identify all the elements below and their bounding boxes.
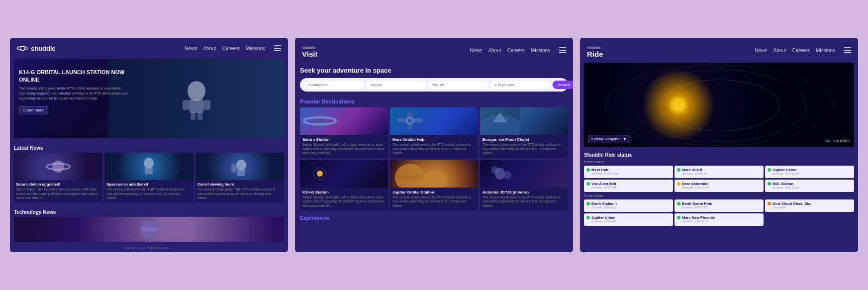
hero-section: K14-G ORBITAL LAUNCH STATION NOW ONLINE … (14, 59, 284, 138)
nav-missions-3[interactable]: Missions (816, 48, 835, 53)
orbital-dropdown[interactable]: Orbital Slingshot ▼ (588, 135, 630, 143)
hamburger-menu-1[interactable] (274, 45, 281, 51)
europa-icon (480, 107, 520, 135)
status-dot-green-5 (586, 202, 590, 205)
dest-img-mars-hub (390, 107, 478, 135)
status-dot-yellow-0 (677, 182, 680, 186)
status-card-van-allen: Van Allen Belt On time · ETA 8:01 (584, 180, 673, 192)
mars-station-1: Earth South Pole (682, 201, 712, 206)
status-card-m21: M21 Station On time · ETA 14:20 (765, 180, 854, 192)
ride-status-section: Shuddle Ride status From Earth Mars Hub … (580, 150, 858, 229)
navbar-shuddle: shuddle News About Careers Missions (10, 38, 288, 59)
shuddle-nav-links: News About Careers Missions (185, 45, 281, 51)
chevron-down-icon: ▼ (623, 137, 627, 141)
destinations-grid: Saturn Station Saturn Station, the locat… (300, 107, 568, 210)
svg-rect-13 (237, 169, 245, 176)
visit-logo-small: shuddle (302, 46, 315, 49)
news-card-2: Comet viewing tours The newest orbital j… (195, 153, 284, 202)
status-card-earth-station: Earth Station I On time · ETA 9:22 (584, 199, 673, 212)
asteroid-icon (480, 160, 520, 188)
hero-astronaut-icon (177, 76, 216, 121)
news-card-img-0 (14, 153, 102, 180)
hamburger-menu-2[interactable] (559, 47, 566, 53)
nav-missions-2[interactable]: Missions (531, 48, 550, 53)
status-card-near-asteroids: Near Asteroids Delayed · ETA 21:15 (675, 180, 764, 192)
dest-card-3[interactable]: K14-G Station Saturn Station, the locati… (300, 160, 388, 210)
shuddle-logo-text: shuddle (31, 45, 56, 52)
hero-image (108, 59, 284, 138)
dest-card-0[interactable]: Saturn Station Saturn Station, the locat… (300, 107, 388, 158)
svg-point-14 (231, 164, 237, 173)
svg-point-2 (188, 81, 205, 101)
dest-name-2: Europa: Ice Moon Chalet (482, 137, 566, 142)
nav-careers-1[interactable]: Careers (222, 46, 240, 51)
dest-card-5[interactable]: Asteroid JDT21 (minora) The newest orbit… (480, 160, 568, 210)
search-button[interactable]: Search (553, 81, 573, 89)
planet-icon (132, 219, 167, 239)
svg-rect-3 (190, 99, 203, 113)
depart-input[interactable] (366, 81, 426, 89)
people-input[interactable] (490, 81, 551, 89)
mars-station-0: Earth Station I (591, 201, 617, 206)
ride-watermark: shuddle (825, 138, 850, 144)
svg-point-23 (408, 119, 412, 123)
svg-point-12 (236, 160, 246, 171)
nav-news-2[interactable]: News (470, 48, 482, 53)
destination-input[interactable] (304, 81, 364, 89)
station-detail-0: On time · ETA 21:00 (591, 172, 618, 176)
dest-name-4: Jupiter Orbital Station (392, 190, 476, 194)
svg-rect-7 (197, 112, 202, 120)
news-grid: Saturn station upgraded! Saturn Station,… (10, 153, 288, 206)
station-name-3: Van Allen Belt (591, 182, 616, 186)
dest-desc-5: The newest orbital jewel in the IPTS orb… (482, 195, 566, 208)
latest-news-title: Latest News (10, 142, 288, 153)
nav-about-3[interactable]: About (773, 48, 786, 53)
status-card-jupiter-union: Jupiter Union On time · ETA 11:00 (765, 166, 854, 178)
station-detail-2: On time · ETA 11:00 (772, 172, 799, 176)
nav-missions-1[interactable]: Missions (246, 46, 265, 51)
station-name-5: M21 Station (772, 182, 799, 186)
ride-logo-small: shuddle (587, 46, 600, 49)
status-card-mars-hub: Mars Hub On time · ETA 21:00 (584, 166, 673, 178)
nav-careers-3[interactable]: Careers (792, 48, 810, 53)
visit-logo: shuddle Visit (302, 43, 317, 58)
dest-img-asteroid (480, 160, 568, 188)
svg-point-16 (140, 227, 158, 232)
news-body-2: The newest orbital jewel in the IPTS orb… (197, 188, 282, 200)
hamburger-menu-3[interactable] (844, 47, 851, 53)
dest-name-1: Mars Orbital Hub (392, 137, 476, 142)
tech-news-image (14, 217, 284, 242)
status-dot-green-4 (768, 182, 771, 186)
nav-about-1[interactable]: About (203, 46, 216, 51)
return-input[interactable] (428, 81, 488, 89)
news-title-1: Spacewalks untethered (106, 182, 191, 187)
svg-point-36 (825, 140, 830, 142)
nav-careers-2[interactable]: Careers (507, 48, 525, 53)
svg-rect-11 (145, 167, 153, 174)
dest-img-europa (480, 107, 568, 135)
learn-more-button[interactable]: Learn more (19, 106, 48, 114)
dest-card-4[interactable]: Jupiter Orbital Station The newest orbit… (390, 160, 478, 210)
nav-news-3[interactable]: News (755, 48, 767, 53)
panels-container: shuddle News About Careers Missions (10, 38, 858, 252)
nav-news-1[interactable]: News (185, 46, 197, 51)
nav-about-2[interactable]: About (488, 48, 501, 53)
dest-desc-4: The newest orbital jewel in the IPTS orb… (392, 195, 476, 208)
dest-name-3: K14-G Station (302, 190, 386, 194)
dest-card-2[interactable]: Europa: Ice Moon Chalet The newest orbit… (480, 107, 568, 158)
news-card-0: Saturn station upgraded! Saturn Station,… (14, 153, 102, 202)
svg-point-1 (17, 47, 27, 50)
dest-card-1[interactable]: Mars Orbital Hub The newest orbital jewe… (390, 107, 478, 158)
solar-map: Orbital Slingshot ▼ shuddle (584, 63, 854, 147)
dest-img-jupiter (390, 160, 478, 188)
news-card-img-2 (195, 153, 284, 180)
dest-desc-1: The newest orbital jewel in the IPTS orb… (392, 143, 476, 155)
news-card-1: Spacewalks untethered The newest orbital… (104, 153, 193, 202)
search-headline: Seek your adventure in space (300, 67, 568, 74)
status-dot-green-2 (768, 168, 771, 172)
experiences-label: Experiences (295, 213, 573, 222)
news-title-0: Saturn station upgraded! (16, 182, 100, 187)
dest-img-k14 (300, 160, 388, 188)
station-detail-5: On time · ETA 14:20 (772, 186, 799, 190)
svg-point-34 (503, 171, 511, 180)
